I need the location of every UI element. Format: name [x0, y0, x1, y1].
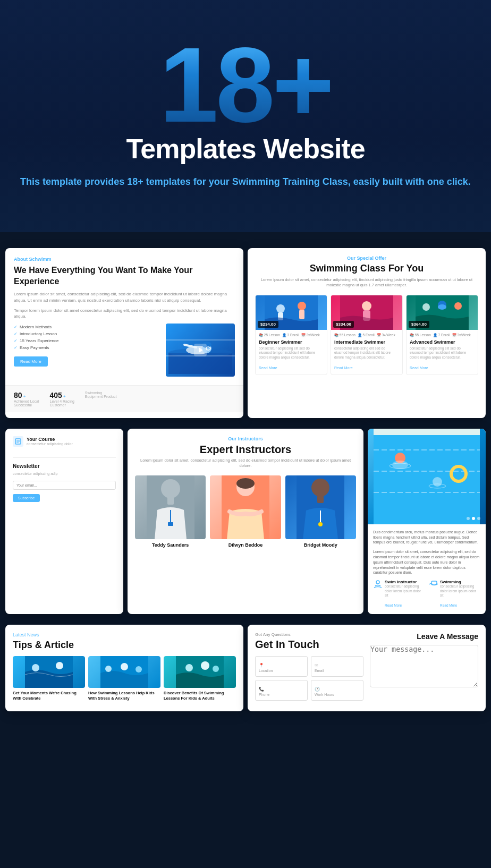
stat1-num: 80: [14, 391, 22, 399]
article1-graphic: [13, 656, 85, 688]
svg-point-45: [433, 477, 442, 487]
stat-1: 80 + Achieved LocalSuccessful: [14, 391, 39, 407]
svg-rect-11: [299, 310, 304, 319]
email-icon: ✉: [315, 663, 318, 668]
article1-img: [13, 656, 85, 688]
svg-point-19: [454, 302, 462, 310]
play-button[interactable]: [194, 344, 207, 356]
carousel-dots: [467, 517, 480, 520]
card5-body1: Duis condimentum arcu, metus rhoncus pos…: [373, 530, 480, 545]
plan-intermediate-img: $334.00: [331, 295, 402, 330]
card1-title: We Have Everything You Want To Make Your…: [14, 265, 235, 287]
service2-name: Swimming: [440, 580, 480, 584]
swim-instructor-icon: [373, 580, 383, 589]
message-textarea[interactable]: [370, 645, 478, 687]
course-icon: [13, 436, 23, 447]
card1-body: Lorem ipsum dolor sit amet, consectetur …: [14, 291, 235, 303]
card-pool: Duis condimentum arcu, metus rhoncus pos…: [368, 429, 486, 615]
service2-link[interactable]: Read More: [440, 603, 457, 607]
email-field: ✉ Email: [311, 656, 363, 677]
teddy-name: Teddy Saunders: [135, 542, 206, 548]
list-item-4: Easy Payments: [14, 344, 160, 351]
location-label: Location: [259, 669, 304, 673]
service1-name: Swim Instructor: [385, 580, 425, 584]
service1-link[interactable]: Read More: [385, 603, 402, 607]
card-newsletter: Your Course consectetur adipiscing dolor…: [5, 429, 123, 615]
card4-tag: Our Instructors: [135, 436, 356, 441]
card6-title: Tips & Article: [13, 640, 236, 651]
plan-intermediate-price: $334.00: [333, 321, 354, 328]
newsletter-email-input[interactable]: [13, 481, 116, 490]
intermediate-name: Intermediate Swimmer: [334, 339, 399, 345]
svg-point-16: [422, 303, 430, 311]
svg-point-18: [438, 304, 446, 310]
card1-read-more-btn[interactable]: Read More: [14, 356, 48, 367]
instructor-bridget: Bridget Moody: [285, 475, 356, 548]
card4-title: Expert Instructors: [135, 444, 356, 456]
beginner-link[interactable]: Read More: [259, 366, 277, 370]
templates-row3: Latest News Tips & Article Get Your Mome…: [0, 625, 491, 727]
service1-desc: consectetur adipiscing dolor lorem ipsum…: [385, 584, 425, 598]
article3-title: Discover Benefits Of Swimming Lessons Fo…: [164, 691, 236, 701]
plan-advanced: $364.00 📚 55 Lesson 👤 7 Enroll 📅 3x/Week…: [406, 295, 478, 375]
article3-img: [164, 656, 236, 688]
bridget-photo: [285, 475, 356, 539]
dilwyn-name: Dilwyn Beddoe: [210, 542, 281, 548]
hero-section: 18+ Templates Website This template prov…: [0, 0, 491, 232]
svg-rect-26: [167, 497, 174, 505]
intermediate-text: consectetur adipiscing elit sed do eiusm…: [334, 346, 399, 360]
newsletter-subscribe-btn[interactable]: Subscribe: [13, 494, 40, 502]
location-field: 📍 Location: [255, 656, 308, 677]
card3-course-sub: consectetur adipiscing dolor: [27, 442, 73, 446]
newsletter-title: Newsletter: [13, 463, 116, 469]
card5-content: Duis condimentum arcu, metus rhoncus pos…: [368, 524, 486, 615]
dilwyn-silhouette: [222, 475, 269, 539]
service-swim-instructor: Swim Instructor consectetur adipiscing d…: [373, 580, 425, 609]
int-enroll: 👤 5 Enroll: [358, 333, 375, 337]
templates-row1: About Schwimm We Have Everything You Wan…: [0, 232, 491, 429]
bridget-name: Bridget Moody: [285, 542, 356, 548]
card5-body2: Lorem ipsum dolor sit amet, consectetur …: [373, 549, 480, 575]
card1-list: Modern Methods Introductory Lesson 15 Ye…: [14, 324, 160, 351]
stat2-plus: +: [62, 394, 66, 399]
svg-rect-28: [168, 522, 173, 526]
services-grid: Swim Instructor consectetur adipiscing d…: [373, 580, 480, 609]
teddy-photo: [135, 475, 206, 539]
beginner-name: Beginner Swimmer: [259, 339, 324, 345]
list-item-2: Introductory Lesson: [14, 330, 160, 337]
card-tips-article: Latest News Tips & Article Get Your Mome…: [5, 625, 243, 711]
email-label: Email: [315, 669, 360, 673]
plan-beginner-img: $234.00: [256, 295, 327, 330]
beginner-week: 📅 3x/Week: [301, 333, 320, 337]
svg-rect-34: [317, 496, 324, 503]
svg-point-33: [311, 479, 329, 497]
card2-tag: Our Special Offer: [255, 256, 478, 261]
person-swim-icon: [373, 580, 383, 589]
hero-description: This template provides 18+ templates for…: [11, 174, 480, 190]
card1-stats: 80 + Achieved LocalSuccessful 405 + Leve…: [5, 385, 243, 412]
hero-desc-after: for your Swimming Training Class, easily…: [191, 176, 471, 187]
plan-beginner-meta: 📚 25 Lesson 👤 3 Enroll 📅 3x/Week: [259, 333, 324, 337]
intermediate-link[interactable]: Read More: [334, 366, 353, 370]
card7-tag: Got Any Questions: [255, 632, 363, 637]
work-hours-field: 🕐 Work Hours: [311, 680, 363, 701]
service2-desc: consectetur adipiscing dolor lorem ipsum…: [440, 584, 480, 598]
service-swimming: Swimming consectetur adipiscing dolor lo…: [428, 580, 480, 609]
svg-point-54: [105, 666, 112, 672]
phone-icon: 📞: [259, 687, 264, 692]
svg-point-8: [276, 304, 285, 313]
teddy-silhouette: [147, 475, 194, 539]
beginner-enroll: 👤 3 Enroll: [282, 333, 299, 337]
advanced-link[interactable]: Read More: [410, 366, 428, 370]
hero-desc-highlight: 18+ templates: [127, 176, 191, 187]
instructor-teddy: Teddy Saunders: [135, 475, 206, 548]
advanced-text: consectetur adipiscing elit sed do eiusm…: [410, 346, 475, 360]
article2-title: How Swimming Lessons Help Kids With Stre…: [88, 691, 160, 701]
article-2: How Swimming Lessons Help Kids With Stre…: [88, 656, 160, 701]
adv-week: 📅 3x/Week: [452, 333, 471, 337]
svg-point-43: [392, 461, 408, 469]
svg-point-56: [136, 666, 142, 673]
card6-tag: Latest News: [13, 632, 236, 637]
article2-img: [88, 656, 160, 688]
card7-title: Get In Touch: [255, 639, 363, 651]
